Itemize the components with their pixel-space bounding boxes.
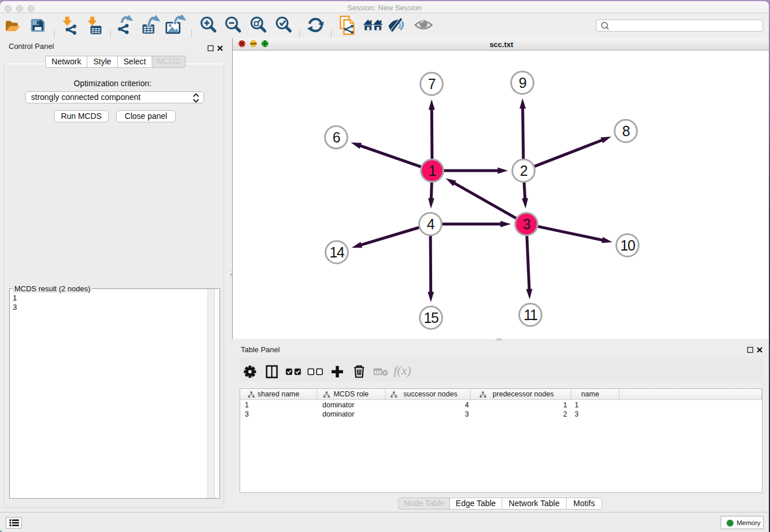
svg-text:1: 1: [429, 163, 436, 179]
svg-text:2: 2: [520, 163, 528, 179]
svg-text:6: 6: [333, 129, 340, 145]
svg-text:14: 14: [330, 244, 345, 260]
svg-text:15: 15: [424, 310, 438, 326]
svg-text:3: 3: [523, 216, 530, 232]
svg-text:4: 4: [427, 216, 435, 232]
svg-text:7: 7: [428, 76, 436, 92]
svg-text:11: 11: [524, 307, 538, 323]
svg-text:9: 9: [519, 75, 526, 91]
svg-text:8: 8: [622, 123, 630, 139]
svg-text:10: 10: [621, 237, 635, 253]
